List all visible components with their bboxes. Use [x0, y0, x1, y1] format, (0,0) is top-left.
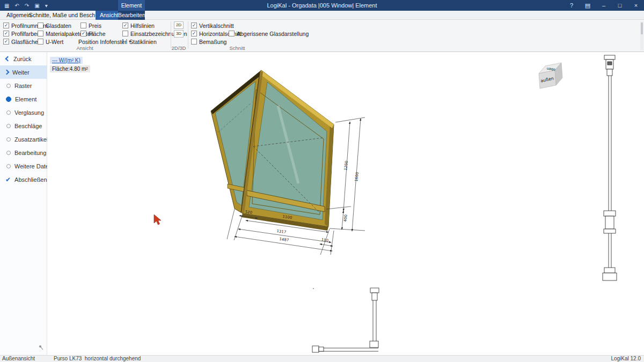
checkbox-label: Fläche [89, 31, 106, 37]
u-value-link[interactable]: --- W/(m² K) [50, 57, 83, 64]
app-menu-icon[interactable]: ▦ [4, 3, 9, 9]
statiklinien-toggle[interactable]: Statiklinien [122, 38, 157, 45]
next-label: Weiter [12, 69, 30, 76]
qat-dropdown-icon[interactable]: ▾ [45, 3, 48, 9]
quick-access-toolbar: ▦ ↶ ↷ ▣ ▾ [4, 0, 48, 11]
sidebar-item-abschliessen[interactable]: ✔ Abschließen [0, 173, 47, 186]
checkbox-label: Abgerissene Glasdarstellung [237, 31, 309, 37]
checkbox-box [38, 31, 43, 36]
status-profile-label: Purso LK73 horizontal durchgehend [54, 356, 141, 362]
uwert-checkbox[interactable]: U-Wert [38, 38, 63, 45]
sidebar-item-raster[interactable]: Raster [0, 79, 47, 92]
checkbox-box: ✓ [122, 23, 128, 28]
horizontal-section-drawing [312, 288, 379, 352]
group-separator [188, 21, 188, 48]
group-label-ansicht: Ansicht [0, 45, 170, 51]
profilfarben-checkbox[interactable]: ✓ Profilfarben [3, 30, 40, 37]
sidebar-item-verglasung[interactable]: Verglasung [0, 106, 47, 119]
save-icon[interactable]: ▣ [34, 3, 39, 9]
status-version-label: LogiKal 12.0 [611, 356, 641, 362]
chevron-left-icon [5, 56, 11, 62]
sidebar-item-bearbeitung[interactable]: Bearbeitung [0, 146, 47, 159]
sidebar-item-element[interactable]: Element [0, 92, 47, 106]
scrollbar-thumb[interactable] [641, 23, 643, 34]
step-circle-icon [6, 124, 11, 128]
back-button[interactable]: Zurück [0, 52, 47, 65]
wizard-sidebar: Zurück Weiter Raster Element Verglasung … [0, 52, 47, 355]
title-bar: ▦ ↶ ↷ ▣ ▾ Element LogiKal - Orgadata |00… [0, 0, 644, 11]
step-label: Raster [14, 83, 32, 89]
sidebar-item-weitere-daten[interactable]: Weitere Daten [0, 159, 47, 173]
hilfslinien-checkbox[interactable]: ✓ Hilfslinien [122, 22, 155, 29]
checkbox-box [122, 31, 128, 36]
checkbox-label: Glasdaten [46, 23, 71, 29]
step-label: Zusatzartikel [14, 136, 48, 143]
checkbox-box [229, 31, 235, 36]
checkbox-box [80, 23, 86, 28]
checkmark-icon: ✔ [5, 176, 11, 183]
ribbon-scrollbar[interactable] [640, 21, 643, 50]
checkbox-box: ✓ [191, 31, 197, 36]
chevron-right-icon [4, 70, 10, 75]
minimize-button[interactable]: – [596, 0, 612, 11]
step-label: Weitere Daten [14, 163, 52, 169]
step-circle-icon [6, 84, 11, 88]
vertical-section-drawing [603, 55, 617, 280]
dim-1317-label: 1317 [276, 229, 287, 234]
drawing-canvas[interactable]: --- W/(m² K) Fläche:4.80 m² [47, 52, 644, 355]
abgerissene-glasdarstellung-checkbox[interactable]: Abgerissene Glasdarstellung [229, 30, 309, 37]
checkbox-label: Bemaßung [199, 39, 226, 45]
close-button[interactable]: × [628, 0, 644, 11]
next-button[interactable]: Weiter [0, 65, 47, 79]
checkbox-label: Preis [89, 23, 101, 29]
ribbon: ✓ Profilnummern ✓ Profilfarben ✓ Glasflä… [0, 20, 644, 52]
element-3d-view[interactable] [47, 52, 334, 231]
checkbox-label: Glasflächen [11, 39, 41, 45]
glasflaechen-checkbox[interactable]: ✓ Glasflächen [3, 38, 41, 45]
tab-bearbeiten[interactable]: Bearbeiten [118, 11, 145, 20]
back-label: Zurück [13, 56, 32, 62]
panel-button[interactable]: ▤ [580, 0, 596, 11]
view-2d-button[interactable]: 2D [174, 21, 184, 29]
view-3d-button[interactable]: 3D [174, 30, 184, 38]
element-drawing: 1200 400 1600 520 1100 1317 1487 110 obe… [47, 52, 644, 355]
checkbox-box [38, 23, 43, 28]
step-circle-active-icon [6, 97, 11, 102]
step-circle-icon [6, 151, 11, 155]
checkbox-box: ✓ [3, 39, 9, 45]
pin-icon[interactable] [38, 343, 43, 352]
orientation-cube[interactable]: oben außen [539, 63, 562, 88]
toggle-label: Statiklinien [129, 39, 157, 45]
area-chip: Fläche:4.80 m² [50, 65, 90, 72]
step-circle-icon [6, 137, 11, 142]
sidebar-item-zusatzartikel[interactable]: Zusatzartikel [0, 132, 47, 146]
checkbox-label: Profilfarben [11, 31, 40, 37]
checkbox-box [38, 39, 43, 45]
checkbox-box: ✓ [3, 31, 9, 36]
dim-1200-label: 1200 [343, 160, 349, 171]
mouse-cursor [154, 215, 161, 225]
dropdown-label: Position Infofenster [78, 39, 127, 45]
step-label: Bearbeitung [14, 150, 46, 156]
help-button[interactable]: ? [564, 0, 580, 11]
bemassung-checkbox[interactable]: Bemaßung [191, 38, 226, 45]
vertikalschnitt-checkbox[interactable]: ✓ Vertikalschnitt [191, 22, 234, 29]
checkbox-label: U-Wert [46, 39, 63, 45]
step-circle-icon [6, 164, 11, 168]
undo-icon[interactable]: ↶ [14, 3, 19, 9]
window-controls: ? ▤ – □ × [564, 0, 644, 11]
redo-icon[interactable]: ↷ [25, 3, 29, 9]
ribbon-tab-row: Allgemein Schnitte, Maße und Beschriftun… [0, 11, 644, 20]
group-label-2d3d: 2D/3D [171, 45, 187, 51]
status-view-label: Außenansicht [2, 356, 35, 362]
dim-400-label: 400 [343, 215, 348, 222]
preis-checkbox[interactable]: Preis [80, 22, 101, 29]
flaeche-checkbox[interactable]: ✓ Fläche [80, 30, 106, 37]
checkbox-label: Hilfslinien [130, 23, 155, 29]
info-chips: --- W/(m² K) Fläche:4.80 m² [50, 55, 90, 72]
maximize-button[interactable]: □ [612, 0, 628, 11]
sidebar-item-beschlaege[interactable]: Beschläge [0, 119, 47, 132]
glasdaten-checkbox[interactable]: Glasdaten [38, 22, 71, 29]
step-label: Beschläge [14, 123, 42, 129]
step-circle-icon [6, 110, 11, 115]
